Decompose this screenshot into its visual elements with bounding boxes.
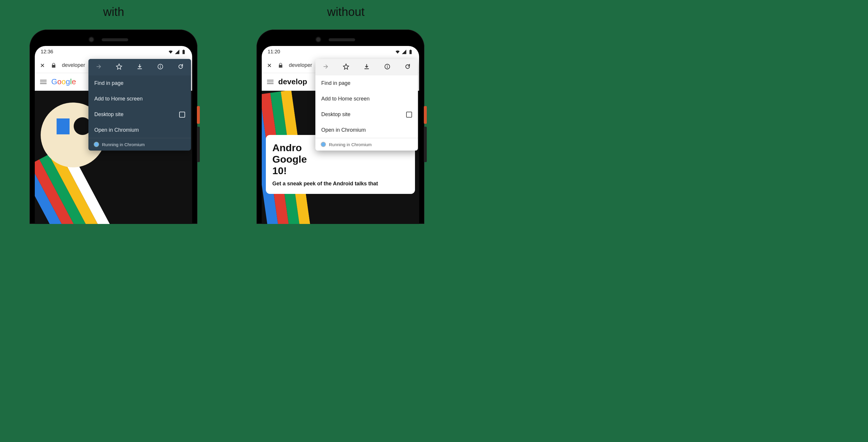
- hamburger-icon[interactable]: [40, 79, 46, 85]
- caption-without: without: [327, 5, 365, 19]
- lock-icon: [278, 62, 283, 68]
- front-camera: [88, 36, 94, 42]
- menu-desktop-site[interactable]: Desktop site: [88, 107, 191, 122]
- reload-button[interactable]: [404, 63, 411, 71]
- clock: 11:20: [268, 49, 280, 55]
- developers-logo: develop: [278, 77, 307, 86]
- forward-button[interactable]: [322, 63, 329, 71]
- power-button: [197, 106, 200, 124]
- caption-with: with: [103, 5, 124, 19]
- info-button[interactable]: [384, 63, 391, 71]
- url-host: developer: [289, 62, 312, 68]
- chromium-icon: [321, 142, 326, 147]
- menu-toolbar: [88, 59, 191, 75]
- clock: 12:36: [41, 49, 53, 55]
- menu-footer: Running in Chromium: [88, 138, 191, 151]
- menu-toolbar: [315, 59, 418, 75]
- volume-button: [197, 127, 200, 162]
- screen: 11:20 developer develop Andro: [262, 46, 419, 224]
- url-host: developer: [62, 62, 85, 68]
- phone-without: 11:20 developer develop Andro: [256, 29, 425, 224]
- front-camera: [315, 36, 321, 42]
- subhead: Get a sneak peek of the Android talks th…: [272, 181, 408, 187]
- signal-icon: [175, 49, 180, 55]
- menu-footer: Running in Chromium: [315, 138, 418, 151]
- menu-find-in-page[interactable]: Find in page: [315, 75, 418, 91]
- desktop-site-checkbox[interactable]: [179, 112, 185, 118]
- speaker: [102, 38, 128, 41]
- svg-rect-5: [387, 66, 388, 68]
- battery-icon: [408, 49, 413, 55]
- forward-button[interactable]: [95, 63, 102, 71]
- svg-rect-2: [160, 66, 161, 68]
- overflow-menu: Find in page Add to Home screen Desktop …: [88, 59, 191, 151]
- menu-find-in-page[interactable]: Find in page: [88, 75, 191, 91]
- menu-open-in-chromium[interactable]: Open in Chromium: [88, 122, 191, 138]
- menu-add-to-home[interactable]: Add to Home screen: [88, 91, 191, 107]
- wifi-icon: [168, 49, 173, 55]
- speaker: [329, 38, 355, 41]
- desktop-site-checkbox[interactable]: [406, 112, 412, 118]
- svg-point-4: [387, 65, 387, 66]
- status-bar: 11:20: [262, 46, 419, 58]
- bookmark-button[interactable]: [343, 63, 349, 71]
- volume-button: [424, 127, 427, 162]
- menu-add-to-home[interactable]: Add to Home screen: [315, 91, 418, 107]
- hamburger-icon[interactable]: [267, 79, 274, 85]
- download-button[interactable]: [136, 63, 143, 71]
- info-button[interactable]: [157, 63, 163, 71]
- reload-button[interactable]: [178, 63, 184, 71]
- close-icon[interactable]: [267, 62, 272, 68]
- svg-point-1: [160, 65, 160, 66]
- phone-with: 12:36 developer Google: [29, 29, 197, 224]
- signal-icon: [401, 49, 407, 55]
- overflow-menu: Find in page Add to Home screen Desktop …: [315, 59, 418, 151]
- bookmark-button[interactable]: [116, 63, 122, 71]
- chromium-icon: [94, 142, 99, 147]
- close-icon[interactable]: [39, 62, 45, 68]
- battery-icon: [181, 49, 186, 55]
- lock-icon: [51, 62, 57, 68]
- menu-open-in-chromium[interactable]: Open in Chromium: [315, 122, 418, 138]
- power-button: [424, 106, 427, 124]
- wifi-icon: [395, 49, 400, 55]
- screen: 12:36 developer Google: [35, 46, 192, 224]
- status-bar: 12:36: [35, 46, 192, 58]
- menu-desktop-site[interactable]: Desktop site: [315, 107, 418, 122]
- download-button[interactable]: [364, 63, 370, 71]
- google-logo: Google: [51, 77, 76, 86]
